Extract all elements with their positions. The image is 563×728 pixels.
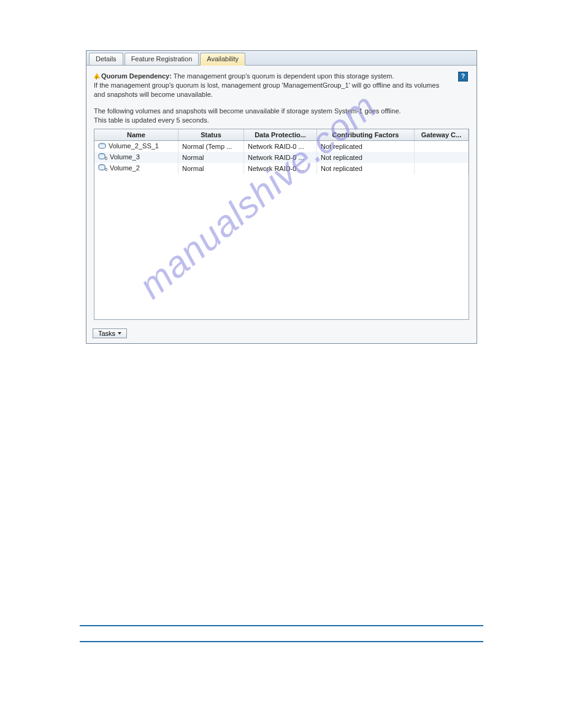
col-header-name[interactable]: Name — [94, 129, 178, 141]
cell-data-protection: Network RAID-0 ... — [244, 152, 317, 163]
panel-footer: Tasks — [86, 325, 477, 343]
cell-contributing-factors: Not replicated — [317, 141, 415, 152]
cell-data-protection: Network RAID-0 ... — [244, 163, 317, 174]
table-row[interactable]: 0Volume_3NormalNetwork RAID-0 ...Not rep… — [94, 152, 469, 163]
col-header-status[interactable]: Status — [178, 129, 244, 141]
chevron-down-icon — [118, 332, 121, 335]
cell-status: Normal — [178, 152, 244, 163]
cell-name-text: Volume_3 — [110, 153, 140, 161]
divider-line — [80, 641, 483, 642]
col-header-gateway-c[interactable]: Gateway C... — [415, 129, 469, 141]
col-header-contributing-factors[interactable]: Contributing Factors — [317, 129, 415, 141]
quorum-warning: Quorum Dependency: The management group'… — [94, 72, 469, 99]
tab-details[interactable]: Details — [89, 53, 123, 65]
cell-gateway-c — [415, 141, 469, 152]
volumes-table: Name Status Data Protectio... Contributi… — [94, 129, 469, 174]
svg-text:0: 0 — [105, 156, 107, 161]
svg-text:0: 0 — [105, 167, 107, 172]
volumes-table-wrap: Name Status Data Protectio... Contributi… — [94, 129, 469, 320]
info-text: The following volumes and snapshots will… — [94, 107, 469, 125]
cell-gateway-c — [415, 152, 469, 163]
cell-contributing-factors: Not replicated — [317, 163, 415, 174]
table-row[interactable]: 0Volume_2NormalNetwork RAID-0 ...Not rep… — [94, 163, 469, 174]
table-row[interactable]: Volume_2_SS_1Normal (Temp ...Network RAI… — [94, 141, 469, 152]
warning-line2: If the management group's quorum is lost… — [94, 82, 439, 89]
divider-line — [80, 625, 483, 626]
tasks-button-label: Tasks — [98, 330, 115, 337]
info-line2: This table is updated every 5 seconds. — [94, 116, 209, 124]
cell-data-protection: Network RAID-0 ... — [244, 141, 317, 152]
cell-status: Normal — [178, 163, 244, 174]
cell-name-text: Volume_2_SS_1 — [109, 142, 159, 150]
tab-availability[interactable]: Availability — [200, 53, 245, 66]
volume-icon: 0 — [98, 164, 107, 173]
warning-title: Quorum Dependency: — [101, 72, 172, 80]
table-header-row: Name Status Data Protectio... Contributi… — [94, 129, 469, 141]
warning-line3: and snapshots will become unavailable. — [94, 91, 213, 98]
cell-contributing-factors: Not replicated — [317, 152, 415, 163]
warning-line1-rest: The management group's quorum is depende… — [172, 72, 394, 80]
table-body: Volume_2_SS_1Normal (Temp ...Network RAI… — [94, 141, 469, 174]
tab-bar: Details Feature Registration Availabilit… — [86, 51, 477, 66]
tab-feature-registration[interactable]: Feature Registration — [124, 53, 199, 65]
cell-status: Normal (Temp ... — [178, 141, 244, 152]
content-area: Quorum Dependency: The management group'… — [86, 66, 477, 325]
availability-panel: Details Feature Registration Availabilit… — [86, 50, 477, 344]
cell-gateway-c — [415, 163, 469, 174]
warning-icon — [94, 73, 100, 78]
cell-name-text: Volume_2 — [110, 164, 140, 172]
tasks-button[interactable]: Tasks — [93, 328, 127, 338]
cell-name: 0Volume_3 — [94, 152, 178, 163]
cell-name: Volume_2_SS_1 — [94, 141, 178, 152]
info-line1: The following volumes and snapshots will… — [94, 107, 401, 115]
volume-icon: 0 — [98, 153, 107, 162]
snapshot-icon — [98, 143, 106, 151]
cell-name: 0Volume_2 — [94, 163, 178, 174]
col-header-data-protection[interactable]: Data Protectio... — [244, 129, 317, 141]
